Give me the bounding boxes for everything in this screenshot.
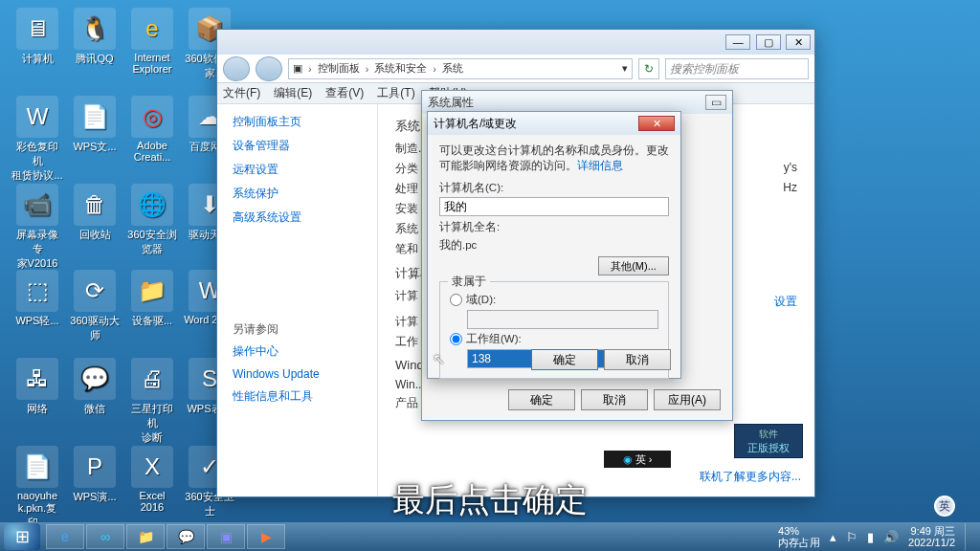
desktop-icon[interactable]: W彩色复印机租赁协议... bbox=[11, 96, 63, 183]
desktop-icon-label: 计算机 bbox=[11, 52, 63, 66]
desktop-icon[interactable]: 💬微信 bbox=[69, 358, 121, 416]
learn-more-link[interactable]: 联机了解更多内容... bbox=[700, 469, 801, 485]
maximize-button[interactable]: ▢ bbox=[756, 34, 781, 50]
menu-file[interactable]: 文件(F) bbox=[223, 85, 260, 101]
desktop-icon[interactable]: PWPS演... bbox=[69, 446, 121, 504]
see-also-label: 另请参阅 bbox=[233, 321, 377, 338]
cn-ok-button[interactable]: 确定 bbox=[531, 349, 598, 370]
desktop-app-icon: 🖥 bbox=[16, 8, 58, 50]
ime-indicator[interactable]: ◉英 › bbox=[604, 451, 671, 468]
desktop-icon[interactable]: eInternetExplorer bbox=[126, 8, 178, 75]
domain-input[interactable] bbox=[467, 310, 658, 329]
desktop-icon-label: AdobeCreati... bbox=[126, 140, 178, 163]
tb-monitor-icon[interactable]: ▣ bbox=[207, 524, 245, 549]
minimize-button[interactable]: — bbox=[725, 34, 750, 50]
desktop-icon-label: 360安全浏览器 bbox=[126, 228, 178, 256]
taskbar: ⊞ e ∞ 📁 💬 ▣ ▶ 43% 内存占用 ▴ ⚐ ▮ 🔊 9:49 周三 2… bbox=[0, 522, 980, 551]
desktop-app-icon: W bbox=[16, 96, 58, 138]
desktop-app-icon: 🐧 bbox=[74, 8, 116, 50]
show-desktop-button[interactable] bbox=[965, 523, 972, 550]
side-windows-update[interactable]: Windows Update bbox=[233, 367, 377, 381]
sp-ok-button[interactable]: 确定 bbox=[508, 389, 575, 410]
side-link-remote[interactable]: 远程设置 bbox=[233, 162, 377, 178]
desktop-icon[interactable]: 📄naoyuhek.pkn.复印... bbox=[11, 446, 63, 530]
tray-clock[interactable]: 9:49 周三 2022/11/2 bbox=[908, 525, 955, 548]
detail-link[interactable]: 详细信息 bbox=[577, 160, 623, 171]
side-link-sysprotect[interactable]: 系统保护 bbox=[233, 186, 377, 202]
desktop-icon[interactable]: 🖨三星打印机诊断 bbox=[126, 358, 178, 445]
desktop-icon[interactable]: ◎AdobeCreati... bbox=[126, 96, 178, 163]
refresh-button[interactable]: ↻ bbox=[638, 58, 659, 79]
other-button[interactable]: 其他(M)... bbox=[598, 256, 669, 276]
desktop-icon[interactable]: ⟳360驱动大师 bbox=[69, 270, 121, 342]
activation-badge: 软件 正版授权 bbox=[734, 424, 803, 458]
desktop-icon[interactable]: 📄WPS文... bbox=[69, 96, 121, 154]
tb-wechat-icon[interactable]: 💬 bbox=[167, 524, 205, 549]
ime-bubble[interactable]: 英 bbox=[934, 496, 955, 517]
sp-cancel-button[interactable]: 取消 bbox=[581, 389, 648, 410]
menu-tools[interactable]: 工具(T) bbox=[377, 85, 414, 101]
desktop-icon[interactable]: 🖧网络 bbox=[11, 358, 63, 416]
side-link-advanced[interactable]: 高级系统设置 bbox=[233, 209, 377, 226]
settings-link[interactable]: 设置 bbox=[774, 294, 797, 310]
tb-ie-icon[interactable]: e bbox=[46, 524, 84, 549]
desktop-icon[interactable]: 🗑回收站 bbox=[69, 184, 121, 242]
desktop-icon-label: Excel 2016 bbox=[126, 490, 178, 513]
sp-title: 系统属性 bbox=[428, 95, 474, 111]
cn-title: 计算机名/域更改 bbox=[434, 116, 517, 132]
desktop-icon[interactable]: 🌐360安全浏览器 bbox=[126, 184, 178, 256]
back-button[interactable] bbox=[223, 56, 250, 81]
desktop-app-icon: 📁 bbox=[131, 270, 173, 312]
side-link-devmgr[interactable]: 设备管理器 bbox=[233, 138, 377, 154]
desktop-app-icon: 💬 bbox=[74, 358, 116, 400]
desktop-icon-label: 回收站 bbox=[69, 228, 121, 242]
menu-view[interactable]: 查看(V) bbox=[325, 85, 364, 101]
tray-flag-icon[interactable]: ⚐ bbox=[846, 530, 858, 544]
computer-name-input[interactable] bbox=[439, 197, 669, 216]
sp-close-button[interactable]: ▭ bbox=[705, 95, 726, 110]
desktop-icon-label: 屏幕录像专家V2016 bbox=[11, 228, 63, 271]
side-action-center[interactable]: 操作中心 bbox=[233, 343, 377, 360]
workgroup-radio[interactable]: 工作组(W): bbox=[450, 332, 658, 346]
desktop-icon-label: WPS轻... bbox=[11, 314, 63, 328]
tray-network-icon[interactable]: ▮ bbox=[867, 530, 874, 544]
desktop-icon[interactable]: 📁设备驱... bbox=[126, 270, 178, 328]
desktop-app-icon: 🗑 bbox=[74, 184, 116, 226]
breadcrumb[interactable]: ▣ 控制面板 系统和安全 系统 ▾ bbox=[288, 58, 633, 79]
desktop-icon-label: 网络 bbox=[11, 402, 63, 416]
tb-app1-icon[interactable]: ∞ bbox=[86, 524, 124, 549]
tray-sound-icon[interactable]: 🔊 bbox=[883, 530, 899, 544]
close-button[interactable]: ✕ bbox=[786, 34, 811, 50]
fullname-label: 计算机全名: bbox=[439, 220, 669, 234]
domain-radio[interactable]: 域(D): bbox=[450, 293, 658, 307]
tb-explorer-icon[interactable]: 📁 bbox=[126, 524, 165, 549]
desktop-icon-label: 彩色复印机租赁协议... bbox=[11, 140, 63, 183]
cp-nav: ▣ 控制面板 系统和安全 系统 ▾ ↻ 搜索控制面板 bbox=[217, 55, 814, 83]
desktop-icon[interactable]: 📹屏幕录像专家V2016 bbox=[11, 184, 63, 271]
cn-cancel-button[interactable]: 取消 bbox=[604, 349, 671, 370]
tray-up-icon[interactable]: ▴ bbox=[830, 530, 836, 544]
desktop-app-icon: 🖧 bbox=[16, 358, 58, 400]
menu-edit[interactable]: 编辑(E) bbox=[274, 85, 312, 101]
memory-usage[interactable]: 43% 内存占用 bbox=[778, 525, 820, 548]
cp-home-link[interactable]: 控制面板主页 bbox=[233, 114, 377, 130]
cp-titlebar: — ▢ ✕ bbox=[217, 30, 814, 55]
fullname-value: 我的.pc bbox=[439, 238, 669, 253]
desktop-app-icon: 📹 bbox=[16, 184, 58, 226]
search-box[interactable]: 搜索控制面板 bbox=[665, 58, 809, 79]
sp-apply-button[interactable]: 应用(A) bbox=[654, 389, 721, 410]
desktop-icon[interactable]: 🐧腾讯QQ bbox=[69, 8, 121, 66]
side-perf-info[interactable]: 性能信息和工具 bbox=[233, 388, 377, 405]
desktop-app-icon: ◎ bbox=[131, 96, 173, 138]
desktop-icon-label: WPS演... bbox=[69, 490, 121, 504]
desktop-app-icon: P bbox=[74, 446, 116, 488]
forward-button[interactable] bbox=[256, 56, 282, 81]
start-button[interactable]: ⊞ bbox=[4, 523, 40, 550]
desktop-app-icon: 🖨 bbox=[131, 358, 173, 400]
desktop-icon[interactable]: ⬚WPS轻... bbox=[11, 270, 63, 328]
tb-app2-icon[interactable]: ▶ bbox=[247, 524, 285, 549]
desktop-icon-label: WPS文... bbox=[69, 140, 121, 154]
desktop-icon[interactable]: XExcel 2016 bbox=[126, 446, 178, 513]
cn-close-button[interactable]: ✕ bbox=[638, 116, 675, 131]
desktop-icon[interactable]: 🖥计算机 bbox=[11, 8, 63, 66]
